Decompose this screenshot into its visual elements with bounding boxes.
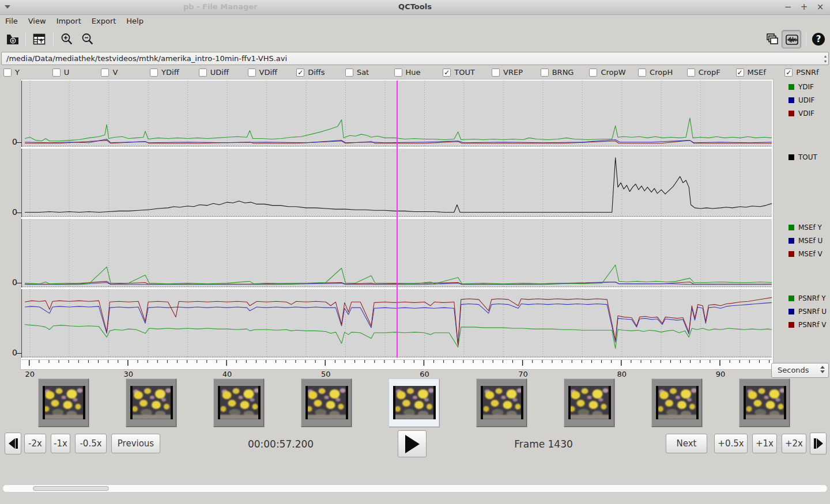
maximize-button[interactable]: + — [799, 1, 809, 13]
filter-label: U — [64, 68, 70, 77]
minimize-button[interactable]: − — [783, 1, 793, 13]
playback-cursor-line[interactable] — [397, 81, 398, 358]
speed-plus0.5x-button[interactable]: +0.5x — [714, 434, 748, 453]
legend-label: YDIF — [798, 83, 814, 91]
checkbox-unchecked-icon[interactable] — [248, 69, 256, 77]
zoom-in-icon[interactable] — [60, 32, 74, 46]
horizontal-scrollbar-thumb[interactable] — [33, 486, 109, 491]
filter-label: TOUT — [454, 68, 475, 77]
checkbox-unchecked-icon[interactable] — [3, 69, 12, 77]
speed-plus1x-button[interactable]: +1x — [752, 434, 777, 453]
help-icon[interactable]: ? — [812, 32, 825, 46]
filter-checkbox-brng[interactable]: BRNG — [541, 68, 574, 77]
checkbox-unchecked-icon[interactable] — [52, 69, 61, 77]
filter-checkbox-croph[interactable]: CropH — [638, 68, 673, 77]
filter-checkbox-diffs[interactable]: ✓Diffs — [296, 68, 325, 77]
play-button[interactable] — [398, 430, 427, 457]
menu-file[interactable]: File — [0, 15, 23, 27]
video-thumbnail[interactable] — [213, 378, 264, 427]
speed-minus2x-button[interactable]: -2x — [24, 434, 46, 453]
filter-checkbox-cropf[interactable]: CropF — [687, 68, 720, 77]
speed-plus2x-button[interactable]: +2x — [782, 434, 806, 453]
filters-waveform-button[interactable] — [782, 30, 801, 48]
legend-swatch-icon — [788, 154, 794, 160]
checkbox-checked-icon[interactable]: ✓ — [736, 69, 744, 77]
filter-checkbox-ydiff[interactable]: YDiff — [150, 68, 179, 77]
series-line-msef-y — [25, 265, 772, 284]
previous-frame-button[interactable]: Previous — [111, 434, 160, 453]
speed-minus0.5x-button[interactable]: -0.5x — [75, 434, 107, 453]
toolbar-separator — [806, 32, 806, 46]
checkbox-unchecked-icon[interactable] — [394, 69, 402, 77]
filter-label: BRNG — [552, 68, 574, 77]
x-axis-tick-strip — [21, 359, 772, 369]
x-axis-tick-label: 50 — [321, 370, 331, 378]
checkbox-unchecked-icon[interactable] — [687, 69, 695, 77]
frame-step-forward-button[interactable] — [810, 433, 827, 454]
filter-checkbox-cropw[interactable]: CropW — [589, 68, 625, 77]
video-thumbnail[interactable] — [38, 378, 89, 427]
checkbox-unchecked-icon[interactable] — [638, 69, 646, 77]
video-thumbnail[interactable] — [739, 378, 790, 427]
filter-checkbox-udiff[interactable]: UDiff — [199, 68, 229, 77]
checkbox-checked-icon[interactable]: ✓ — [296, 69, 304, 77]
filter-checkbox-v[interactable]: V — [101, 68, 118, 77]
filter-checkbox-psnrf[interactable]: ✓PSNRf — [784, 68, 818, 77]
legend-swatch-icon — [788, 84, 794, 90]
filter-label: Y — [15, 68, 20, 77]
menu-import[interactable]: Import — [51, 15, 86, 27]
video-thumbnail[interactable] — [564, 378, 614, 427]
frame-number-display: Frame 1430 — [514, 438, 573, 450]
filter-checkbox-sat[interactable]: Sat — [345, 68, 369, 77]
video-thumbnail[interactable] — [126, 378, 176, 427]
video-thumbnail[interactable] — [651, 378, 702, 427]
unit-select-spinner-icon[interactable] — [820, 366, 825, 373]
y-axis-zero-label: 0 — [3, 137, 17, 146]
snapshot-folder-icon[interactable] — [6, 32, 20, 46]
checkbox-unchecked-icon[interactable] — [101, 69, 109, 77]
video-thumbnail-current[interactable] — [388, 378, 439, 427]
checkbox-unchecked-icon[interactable] — [589, 69, 597, 77]
legend-label: PSNRf V — [798, 321, 826, 329]
title-bar: pb - File Manager QCTools − + × — [0, 0, 830, 15]
checkbox-checked-icon[interactable]: ✓ — [784, 69, 793, 77]
file-path-bar[interactable]: /media/Data/mediathek/testvideos/mthk/am… — [1, 52, 829, 65]
menu-export[interactable]: Export — [86, 15, 122, 27]
filter-checkbox-tout[interactable]: ✓TOUT — [443, 68, 475, 77]
next-frame-button[interactable]: Next — [666, 434, 707, 453]
series-line-ydif — [25, 118, 772, 141]
menu-view[interactable]: View — [23, 15, 51, 27]
checkbox-unchecked-icon[interactable] — [199, 69, 207, 77]
windows-stack-icon[interactable] — [765, 32, 779, 46]
y-axis-zero-label: 0 — [3, 348, 17, 357]
x-axis-unit-select[interactable]: Seconds — [771, 363, 829, 378]
video-thumbnail[interactable] — [301, 378, 352, 427]
filter-checkbox-y[interactable]: Y — [3, 68, 20, 77]
horizontal-scrollbar[interactable] — [2, 484, 828, 492]
filter-checkbox-vrep[interactable]: VREP — [492, 68, 523, 77]
window-menu-icon[interactable] — [5, 5, 10, 9]
frame-step-back-button[interactable] — [5, 433, 21, 454]
checkbox-unchecked-icon[interactable] — [492, 69, 500, 77]
filter-checkbox-hue[interactable]: Hue — [394, 68, 421, 77]
qctools-window: { "window": { "title": "QCTools", "backg… — [0, 0, 830, 504]
video-frame-image — [568, 386, 611, 419]
table-export-icon[interactable] — [32, 32, 46, 46]
filter-label: CropF — [699, 68, 720, 77]
video-frame-image — [656, 386, 699, 419]
legend-swatch-icon — [788, 322, 794, 328]
menu-help[interactable]: Help — [121, 15, 149, 27]
filter-checkbox-msef[interactable]: ✓MSEf — [736, 68, 766, 77]
checkbox-unchecked-icon[interactable] — [345, 69, 353, 77]
checkbox-checked-icon[interactable]: ✓ — [443, 69, 451, 77]
close-button[interactable]: × — [815, 1, 825, 13]
pathbar-scroll-arrows[interactable]: ▴▾ — [824, 54, 827, 64]
zoom-out-icon[interactable] — [81, 32, 95, 46]
checkbox-unchecked-icon[interactable] — [150, 69, 158, 77]
filter-checkbox-u[interactable]: U — [52, 68, 70, 77]
legend-label: VDIF — [798, 109, 814, 118]
speed-minus1x-button[interactable]: -1x — [51, 434, 70, 453]
filter-checkbox-vdiff[interactable]: VDiff — [248, 68, 277, 77]
video-thumbnail[interactable] — [476, 378, 527, 427]
checkbox-unchecked-icon[interactable] — [541, 69, 549, 77]
